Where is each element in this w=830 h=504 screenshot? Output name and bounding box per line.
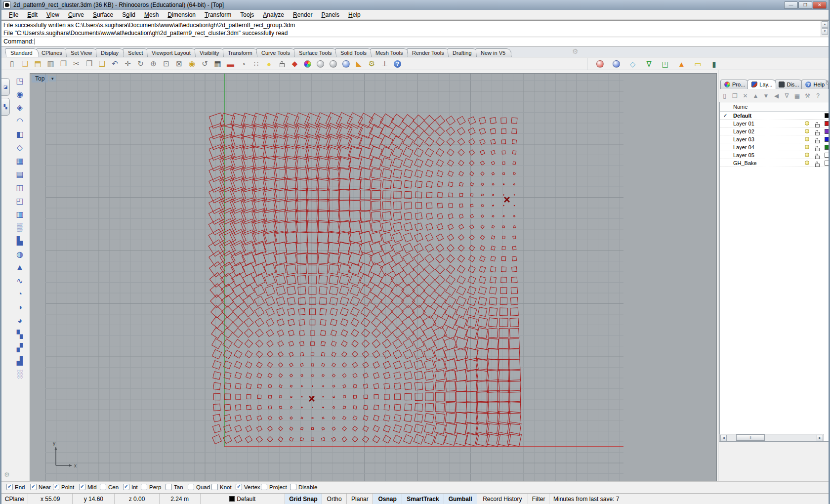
toolbar-tab-solid-tools[interactable]: Solid Tools: [335, 48, 373, 57]
menu-analyze[interactable]: Analyze: [258, 10, 289, 19]
layer-color-swatch[interactable]: [825, 145, 830, 150]
toolbar-tab-display[interactable]: Display: [96, 48, 125, 57]
osnap-vertex-checkbox[interactable]: [236, 484, 242, 490]
menu-panels[interactable]: Panels: [317, 10, 344, 19]
surface-tool-12-icon[interactable]: ▒: [13, 223, 26, 235]
zoom-dynamic-icon[interactable]: ⊕: [148, 58, 159, 69]
named-views-car-icon[interactable]: ▬: [225, 58, 236, 69]
menu-tools[interactable]: Tools: [236, 10, 258, 19]
paste-icon[interactable]: ❑: [96, 58, 108, 69]
panel-tab-properties-wheel[interactable]: Pro...: [720, 80, 749, 89]
panel-tab-help-circle[interactable]: ?Help: [801, 80, 829, 89]
surface-tool-22-icon[interactable]: ▟: [13, 356, 26, 368]
osnap-mid-checkbox[interactable]: [79, 484, 85, 490]
layer-color-swatch[interactable]: [825, 129, 830, 134]
open-file-icon[interactable]: ❏: [19, 58, 31, 69]
status-2-24-m[interactable]: 2.24 m: [160, 494, 201, 504]
layer-visibility-bulb-icon[interactable]: [805, 121, 809, 126]
status-gumball[interactable]: Gumball: [444, 494, 477, 504]
close-button[interactable]: ✕: [813, 1, 827, 9]
command-history-scrollbar[interactable]: ▲ ▼: [821, 21, 828, 37]
menu-curve[interactable]: Curve: [64, 10, 88, 19]
sphere-red-icon[interactable]: [594, 59, 606, 70]
layer-visibility-bulb-icon[interactable]: [805, 153, 809, 157]
new-file-icon[interactable]: ▯: [6, 58, 18, 69]
status-planar[interactable]: Planar: [347, 494, 373, 504]
viewport-settings-gear-icon[interactable]: ⚙: [4, 471, 10, 478]
toolbar-tab-drafting[interactable]: Drafting: [448, 48, 478, 57]
move-up-icon[interactable]: ▲: [751, 92, 760, 100]
render-sphere-blue-icon[interactable]: [340, 58, 352, 69]
status-record-history[interactable]: Record History: [477, 494, 529, 504]
import-file-icon[interactable]: ❒: [58, 58, 69, 69]
snap-cone-icon[interactable]: ◣: [353, 58, 365, 69]
layer-color-swatch[interactable]: [825, 153, 830, 158]
surface-tool-14-icon[interactable]: ◍: [13, 250, 26, 261]
toolbar-tab-surface-tools[interactable]: Surface Tools: [293, 48, 338, 57]
delete-layer-icon[interactable]: ✕: [741, 92, 749, 100]
undo-view-icon[interactable]: ↺: [199, 58, 210, 69]
sphere-blue-icon[interactable]: [611, 59, 622, 70]
help-icon[interactable]: ?: [392, 58, 403, 69]
menu-render[interactable]: Render: [289, 10, 317, 19]
viewport-canvas[interactable]: [30, 74, 716, 481]
surface-tool-8-icon[interactable]: ▤: [13, 169, 26, 181]
copy-icon[interactable]: ❐: [83, 58, 95, 69]
toolbar-tab-cplanes[interactable]: CPlanes: [36, 48, 68, 57]
osnap-project-checkbox[interactable]: [261, 484, 267, 490]
maximize-button[interactable]: ❐: [798, 1, 812, 9]
box-arrow-green-icon[interactable]: ◰: [660, 59, 671, 70]
layer-row[interactable]: ✓Default: [720, 112, 830, 120]
layer-row[interactable]: Layer 02: [720, 127, 830, 135]
zoom-selected-icon[interactable]: ◉: [186, 58, 198, 69]
layer-row[interactable]: Layer 01: [720, 120, 830, 127]
status-smarttrack[interactable]: SmartTrack: [402, 494, 444, 504]
surface-tool-13-icon[interactable]: ▙: [13, 236, 26, 248]
menu-help[interactable]: Help: [344, 10, 365, 19]
layer-row[interactable]: GH_Bake: [720, 159, 830, 167]
osnap-knot-checkbox[interactable]: [211, 484, 218, 490]
layer-row[interactable]: Layer 04: [720, 143, 830, 151]
move-down-icon[interactable]: ▼: [762, 92, 770, 100]
left-flyout-tab-1[interactable]: ◪: [1, 78, 10, 96]
panel-options-gear-icon[interactable]: ⚙: [825, 79, 830, 86]
toolbar-tab-select[interactable]: Select: [123, 48, 149, 57]
layer-lock-icon[interactable]: [815, 162, 820, 168]
menu-dimension[interactable]: Dimension: [163, 10, 200, 19]
color-wheel-icon[interactable]: [302, 58, 313, 69]
surface-tool-10-icon[interactable]: ◰: [13, 196, 26, 208]
toolbar-tab-transform[interactable]: Transform: [222, 48, 259, 57]
status-default[interactable]: Default: [201, 494, 285, 504]
cplane-axes-icon[interactable]: ⊥: [379, 58, 390, 69]
surface-tool-21-icon[interactable]: ▞: [13, 343, 26, 355]
menu-view[interactable]: View: [42, 10, 64, 19]
surface-tool-9-icon[interactable]: ◫: [13, 183, 26, 195]
osnap-quad-checkbox[interactable]: [188, 484, 194, 490]
layer-visibility-bulb-icon[interactable]: [805, 145, 809, 149]
status-z-0-00[interactable]: z 0.00: [115, 494, 160, 504]
status-grid-snap[interactable]: Grid Snap: [285, 494, 322, 504]
surface-tool-4-icon[interactable]: ◠: [13, 116, 26, 128]
viewport-title[interactable]: Top ▼: [32, 75, 56, 83]
viewport-top[interactable]: Top ▼ y x: [30, 73, 717, 481]
osnap-end-checkbox[interactable]: [6, 484, 13, 490]
zoom-target-icon[interactable]: ⊠: [173, 58, 185, 69]
status-osnap[interactable]: Osnap: [373, 494, 402, 504]
scroll-up-icon[interactable]: ▲: [822, 21, 828, 28]
toolbar-tab-mesh-tools[interactable]: Mesh Tools: [370, 48, 409, 57]
osnap-perp-checkbox[interactable]: [141, 484, 147, 490]
status-y-14-60[interactable]: y 14.60: [73, 494, 115, 504]
surface-tool-2-icon[interactable]: ◉: [13, 89, 26, 101]
command-history[interactable]: File successfully written as C:\Users\s.…: [1, 20, 829, 37]
status-x-55-09[interactable]: x 55.09: [28, 494, 73, 504]
cut-icon[interactable]: ✂: [71, 58, 82, 69]
layer-color-swatch[interactable]: [825, 137, 830, 142]
surface-tool-17-icon[interactable]: ◔: [13, 290, 26, 301]
surface-tool-11-icon[interactable]: ▥: [13, 210, 26, 221]
toolbar-tab-new-in-v5[interactable]: New in V5: [475, 48, 512, 57]
layer-row[interactable]: Layer 05: [720, 151, 830, 159]
copy-layer-icon[interactable]: ❐: [731, 92, 739, 100]
menu-transform[interactable]: Transform: [200, 10, 236, 19]
menu-edit[interactable]: Edit: [23, 10, 42, 19]
layers-h-scrollbar[interactable]: ◀ ⦀ ▶: [719, 434, 824, 441]
